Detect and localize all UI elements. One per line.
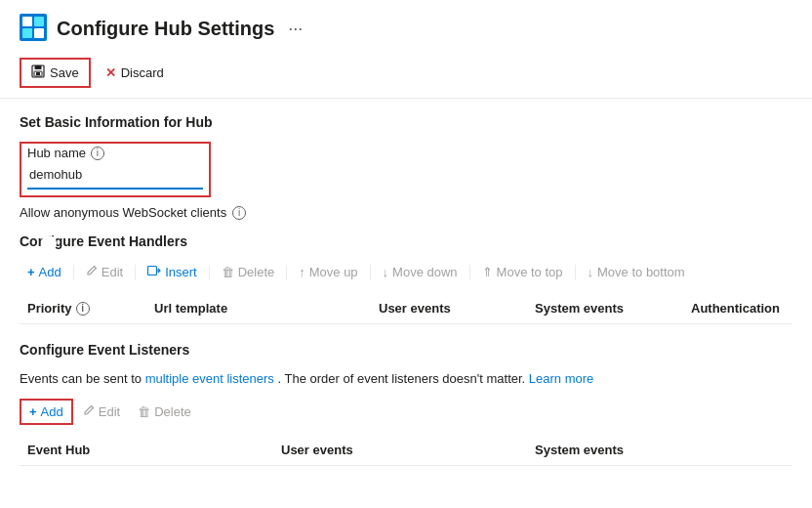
sep3 bbox=[209, 265, 210, 280]
more-options-dots[interactable]: ··· bbox=[288, 19, 303, 39]
basic-info-section-title: Set Basic Information for Hub bbox=[20, 114, 792, 130]
move-to-bottom-button[interactable]: ↓ Move to bottom bbox=[580, 261, 693, 283]
move-to-top-button[interactable]: ⇑ Move to top bbox=[474, 261, 571, 283]
sep2 bbox=[135, 265, 136, 280]
event-handler-toolbar: + Add Edit Insert 🗑 bbox=[20, 261, 792, 283]
move-to-bottom-label: Move to bottom bbox=[597, 265, 685, 279]
listener-col-event-hub: Event Hub bbox=[20, 439, 273, 461]
listener-toolbar: + Add Edit 🗑 Delete bbox=[20, 399, 792, 425]
move-up-icon: ↑ bbox=[299, 265, 305, 279]
main-toolbar: Save ✕ Discard bbox=[0, 54, 812, 99]
sep1 bbox=[73, 265, 74, 280]
move-up-button[interactable]: ↑ Move up bbox=[291, 261, 365, 283]
move-down-icon: ↓ bbox=[383, 265, 389, 279]
delete-listener-icon: 🗑 bbox=[138, 404, 150, 419]
edit-handler-label: Edit bbox=[102, 265, 123, 279]
desc-part1: Events can be sent to bbox=[20, 371, 145, 386]
move-to-bottom-icon: ↓ bbox=[588, 265, 594, 279]
edit-listener-label: Edit bbox=[99, 404, 120, 419]
delete-handler-icon: 🗑 bbox=[222, 265, 234, 279]
main-content: Set Basic Information for Hub Hub name i… bbox=[0, 99, 812, 482]
multiple-listeners-link[interactable]: multiple event listeners bbox=[145, 371, 274, 386]
desc-part2: . The order of event listeners doesn't m… bbox=[278, 371, 529, 386]
add-listener-icon: + bbox=[29, 404, 37, 419]
hub-icon bbox=[20, 14, 47, 44]
hub-name-info-icon[interactable]: i bbox=[91, 147, 104, 160]
move-to-top-label: Move to top bbox=[497, 265, 563, 279]
svg-rect-4 bbox=[34, 28, 44, 38]
insert-handler-button[interactable]: Insert bbox=[140, 261, 205, 283]
anonymous-row: Allow anonymous WebSocket clients i bbox=[20, 205, 792, 220]
add-listener-box: + Add bbox=[20, 399, 73, 425]
move-down-button[interactable]: ↓ Move down bbox=[375, 261, 466, 283]
svg-rect-6 bbox=[35, 65, 42, 69]
edit-listener-button[interactable]: Edit bbox=[75, 401, 128, 423]
listener-col-system-events: System events bbox=[527, 439, 722, 461]
hub-name-box: Hub name i bbox=[20, 142, 211, 197]
sep5 bbox=[370, 265, 371, 280]
sep6 bbox=[469, 265, 470, 280]
add-listener-label: Add bbox=[41, 404, 63, 419]
sep7 bbox=[575, 265, 576, 280]
page-title: Configure Hub Settings bbox=[57, 18, 274, 40]
event-handlers-table-header: Priority i Url template User events Syst… bbox=[20, 293, 792, 324]
col-system-events: System events bbox=[527, 297, 683, 319]
save-label: Save bbox=[50, 65, 79, 80]
delete-listener-label: Delete bbox=[154, 404, 191, 419]
event-listeners-table-header: Event Hub User events System events bbox=[20, 435, 792, 466]
save-button[interactable]: Save bbox=[20, 58, 91, 88]
hub-name-label-text: Hub name bbox=[27, 146, 86, 160]
svg-rect-1 bbox=[22, 17, 32, 26]
discard-label: Discard bbox=[121, 65, 164, 80]
learn-more-link[interactable]: Learn more bbox=[529, 371, 593, 386]
svg-rect-3 bbox=[22, 28, 32, 38]
edit-listener-icon bbox=[83, 404, 95, 419]
hub-name-input[interactable] bbox=[27, 160, 203, 190]
event-handlers-section-title: Configure Event Handlers bbox=[20, 233, 792, 249]
edit-handler-icon bbox=[86, 265, 98, 279]
event-listeners-section-title: Configure Event Listeners bbox=[20, 342, 792, 358]
sep4 bbox=[286, 265, 287, 280]
save-icon bbox=[31, 64, 45, 81]
discard-icon: ✕ bbox=[105, 65, 116, 80]
listener-col-user-events: User events bbox=[273, 439, 527, 461]
add-handler-label: Add bbox=[39, 265, 61, 279]
event-listeners-section: Configure Event Listeners Events can be … bbox=[20, 342, 792, 466]
svg-rect-2 bbox=[34, 17, 44, 26]
delete-handler-label: Delete bbox=[238, 265, 275, 279]
page-header: Configure Hub Settings ··· bbox=[0, 0, 812, 54]
anonymous-label: Allow anonymous WebSocket clients bbox=[20, 205, 226, 220]
add-handler-button[interactable]: + Add bbox=[20, 261, 69, 283]
col-url-template: Url template bbox=[146, 297, 371, 319]
priority-info-icon[interactable]: i bbox=[76, 302, 90, 316]
move-up-label: Move up bbox=[309, 265, 358, 279]
svg-rect-9 bbox=[148, 267, 157, 275]
event-listeners-description: Events can be sent to multiple event lis… bbox=[20, 369, 792, 389]
delete-listener-button[interactable]: 🗑 Delete bbox=[130, 401, 199, 423]
col-user-events: User events bbox=[371, 297, 527, 319]
move-to-top-icon: ⇑ bbox=[482, 265, 493, 279]
col-authentication: Authentication bbox=[683, 297, 812, 319]
discard-button[interactable]: ✕ Discard bbox=[95, 60, 175, 86]
hub-name-label-row: Hub name i bbox=[27, 146, 203, 160]
delete-handler-button[interactable]: 🗑 Delete bbox=[214, 261, 283, 283]
add-listener-button[interactable]: + Add bbox=[21, 401, 71, 423]
move-down-label: Move down bbox=[392, 265, 457, 279]
insert-handler-icon bbox=[147, 265, 161, 279]
insert-handler-label: Insert bbox=[165, 265, 197, 279]
col-priority: Priority i bbox=[20, 297, 146, 319]
add-handler-icon: + bbox=[27, 265, 35, 279]
svg-rect-8 bbox=[36, 72, 40, 75]
edit-handler-button[interactable]: Edit bbox=[78, 261, 131, 283]
anonymous-info-icon[interactable]: i bbox=[232, 206, 246, 220]
hub-name-group: Hub name i bbox=[20, 142, 792, 197]
